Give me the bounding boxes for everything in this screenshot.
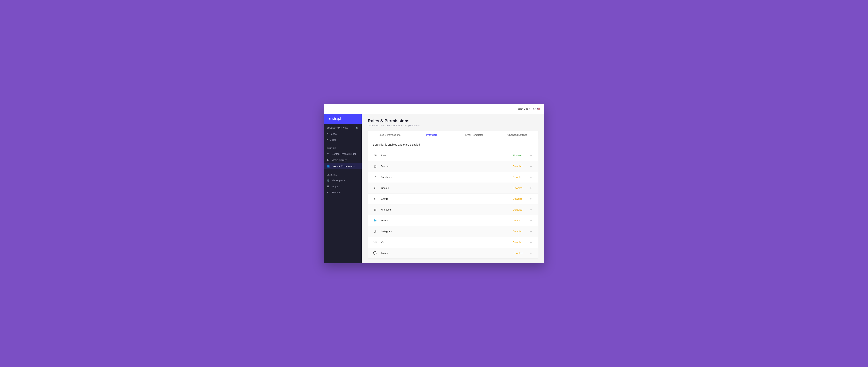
provider-status-twitter: Disabled (510, 219, 525, 222)
provider-edit-google[interactable]: ✏ (528, 185, 533, 191)
provider-row-github: ⊙ Github Disabled ✏ (368, 193, 538, 205)
provider-row-instagram: ◎ Instagram Disabled ✏ (368, 226, 538, 237)
google-icon: G (373, 185, 378, 191)
provider-name-twitter: Twitter (381, 219, 507, 222)
flag-icon: 🇺🇸 (537, 108, 540, 110)
provider-status-github: Disabled (510, 197, 525, 200)
sidebar-item-users[interactable]: Users (323, 137, 362, 143)
twitter-icon: 🐦 (373, 218, 378, 223)
username-label: John Doe (518, 108, 528, 110)
content-inner: Roles & Permissions Define the roles and… (362, 114, 545, 263)
provider-status-instagram: Disabled (510, 230, 525, 233)
provider-edit-facebook[interactable]: ✏ (528, 175, 533, 180)
provider-status-email: Enabled (510, 154, 525, 157)
provider-row-discord: ◻ Discord Disabled ✏ (368, 161, 538, 172)
provider-status-discord: Disabled (510, 165, 525, 168)
provider-edit-discord[interactable]: ✏ (528, 164, 533, 169)
provider-row-twitter: 🐦 Twitter Disabled ✏ (368, 215, 538, 226)
provider-name-microsoft: Microsoft (381, 208, 507, 211)
collection-types-section: Collection Types 🔍 Feeds Users (323, 124, 362, 144)
sidebar-item-media-library[interactable]: 🖼 Media Library (323, 157, 362, 163)
provider-status-microsoft: Disabled (510, 208, 525, 211)
provider-name-email: Email (381, 154, 507, 157)
provider-edit-email[interactable]: ✏ (528, 153, 533, 158)
tab-providers[interactable]: Providers (410, 131, 453, 139)
sidebar-item-label: Roles & Permissions (332, 165, 354, 167)
tab-roles-permissions[interactable]: Roles & Permissions (368, 131, 410, 139)
twitch-icon: 💬 (373, 250, 378, 256)
tab-email-templates[interactable]: Email Templates (453, 131, 496, 139)
provider-status-facebook: Disabled (510, 176, 525, 179)
provider-edit-vk[interactable]: ✏ (528, 240, 533, 245)
provider-name-twitch: Twitch (381, 252, 507, 254)
sidebar-item-settings[interactable]: ⚙ Settings (323, 190, 362, 196)
provider-name-google: Google (381, 187, 507, 189)
page-title: Roles & Permissions (368, 118, 538, 123)
tab-advanced-settings[interactable]: Advanced Settings (496, 131, 538, 139)
strapi-logo-text: strapi (332, 117, 341, 121)
general-section: General 🛒 Marketplace ☰ Plugins ⚙ Settin… (323, 171, 362, 197)
sidebar-item-label: Media Library (332, 159, 347, 161)
email-icon: ✉ (373, 153, 378, 158)
github-icon: ⊙ (373, 196, 378, 202)
sidebar-item-marketplace[interactable]: 🛒 Marketplace (323, 177, 362, 183)
plugins-icon: ☰ (327, 185, 330, 188)
lang-label: EN (533, 108, 536, 110)
instagram-icon: ◎ (373, 229, 378, 234)
sidebar-logo: ◄ strapi (323, 114, 362, 124)
page-subtitle: Define the roles and permissions for you… (368, 124, 538, 127)
facebook-icon: f (373, 175, 378, 180)
provider-row-vk: Vk Vk Disabled ✏ (368, 237, 538, 248)
provider-row-facebook: f Facebook Disabled ✏ (368, 172, 538, 183)
provider-edit-instagram[interactable]: ✏ (528, 229, 533, 234)
sidebar-item-label: Content-Types Builder (332, 152, 356, 155)
provider-row-email: ✉ Email Enabled ✏ (368, 150, 538, 161)
provider-name-facebook: Facebook (381, 176, 507, 179)
provider-name-github: Github (381, 197, 507, 200)
providers-summary: 1 provider is enabled and 9 are disabled (368, 139, 538, 150)
plugins-label: Plugins (323, 147, 362, 151)
sidebar-item-feeds[interactable]: Feeds (323, 131, 362, 137)
sidebar-item-roles-permissions[interactable]: 👥 Roles & Permissions (323, 163, 362, 169)
provider-edit-microsoft[interactable]: ✏ (528, 207, 533, 212)
user-menu[interactable]: John Doe ▾ (518, 108, 530, 110)
provider-row-google: G Google Disabled ✏ (368, 183, 538, 193)
collection-types-label: Collection Types 🔍 (323, 127, 362, 131)
sidebar: ◄ strapi Collection Types 🔍 Feeds Users (323, 114, 362, 263)
provider-status-twitch: Disabled (510, 252, 525, 254)
sidebar-item-label: Settings (332, 191, 341, 194)
topbar: John Doe ▾ EN 🇺🇸 (323, 104, 545, 114)
tabs-bar: Roles & Permissions Providers Email Temp… (368, 131, 538, 139)
providers-list: ✉ Email Enabled ✏ ◻ Discord Disabled ✏ f… (368, 150, 538, 258)
sidebar-item-plugins[interactable]: ☰ Plugins (323, 183, 362, 190)
provider-row-twitch: 💬 Twitch Disabled ✏ (368, 248, 538, 258)
general-label: General (323, 174, 362, 177)
collection-search-icon[interactable]: 🔍 (355, 127, 359, 129)
vk-icon: Vk (373, 240, 378, 245)
dot-icon (327, 133, 328, 134)
app-window: John Doe ▾ EN 🇺🇸 ◄ strapi Collection Typ… (323, 104, 545, 263)
microsoft-icon: ⊞ (373, 207, 378, 212)
provider-edit-twitch[interactable]: ✏ (528, 250, 533, 256)
provider-status-google: Disabled (510, 187, 525, 189)
main-layout: ◄ strapi Collection Types 🔍 Feeds Users (323, 114, 545, 263)
pencil-icon: ✏ (327, 152, 330, 155)
chevron-down-icon: ▾ (529, 108, 530, 110)
plugins-section: Plugins ✏ Content-Types Builder 🖼 Media … (323, 144, 362, 171)
providers-panel: 1 provider is enabled and 9 are disabled… (368, 139, 538, 259)
sidebar-item-label: Users (330, 139, 336, 141)
sidebar-item-content-types-builder[interactable]: ✏ Content-Types Builder (323, 151, 362, 157)
topbar-user-area: John Doe ▾ EN 🇺🇸 (518, 108, 540, 110)
discord-icon: ◻ (373, 164, 378, 169)
provider-status-vk: Disabled (510, 241, 525, 244)
strapi-logo-icon: ◄ (328, 117, 331, 121)
main-content: Roles & Permissions Define the roles and… (362, 114, 545, 263)
provider-edit-github[interactable]: ✏ (528, 196, 533, 202)
provider-name-discord: Discord (381, 165, 507, 168)
language-selector[interactable]: EN 🇺🇸 (533, 108, 540, 110)
dot-icon (327, 139, 328, 140)
users-icon: 👥 (327, 165, 330, 168)
provider-edit-twitter[interactable]: ✏ (528, 218, 533, 223)
provider-name-vk: Vk (381, 241, 507, 244)
sidebar-item-label: Plugins (332, 185, 340, 188)
